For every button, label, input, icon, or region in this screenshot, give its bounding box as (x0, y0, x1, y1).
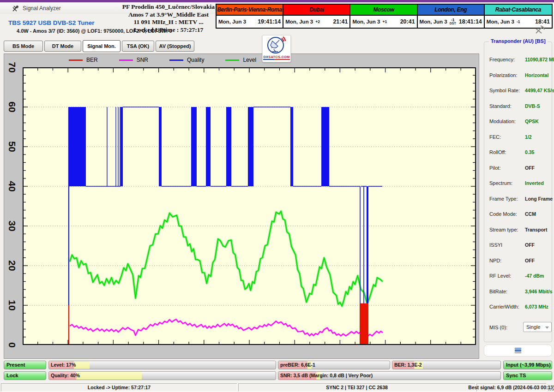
transponder-field-label: Polarization: (489, 72, 518, 78)
app-icon (12, 5, 19, 12)
bar-label: preBER: 6,6E-1 (280, 361, 315, 369)
dxsatcs-dish-icon (266, 36, 287, 55)
y-tick-label-70: 70 (6, 61, 18, 74)
bar-label: Quality: 40% (51, 372, 80, 380)
transport-list-button[interactable] (484, 344, 552, 356)
tab-bar: BS ModeDT ModeSignal Mon.TSA (OK)AV (Sto… (4, 41, 194, 52)
transponder-field-value: Transport (525, 227, 547, 232)
clock-time: 18:41 (535, 18, 550, 25)
signal-chart (23, 67, 476, 345)
transponder-field-value: 3,946 Mbit/s (525, 289, 553, 294)
status-pill-lock: Lock (4, 371, 46, 380)
transponder-field-value: CCM (525, 211, 536, 217)
transponder-panel: Transponder (AU) [BS] Frequency:11090,87… (484, 42, 552, 342)
transponder-row: Code Mode:CCM (484, 208, 552, 223)
transponder-row: CarrierWidth:6,073 MHz (484, 300, 552, 316)
dxsatcs-logo: DXSATCS.COM (262, 35, 291, 62)
world-clock-table: Berlin-Paris-Vienna-RomaMon, Jun 319:41:… (216, 4, 553, 29)
tab-bs-mode[interactable]: BS Mode (4, 41, 43, 52)
bar-label: SNR: 3,5 dB (Margin: 0,8 dB | Very Poor) (280, 372, 373, 380)
window-title: Signal Analyzer (23, 5, 61, 12)
clock-column-2: DubaiMon, Jun 3+221:41 (283, 5, 350, 28)
clock-time-cell: Mon, Jun 3+120:41 (350, 16, 416, 28)
transponder-field-label: Code Mode: (489, 211, 517, 217)
clock-utc-offset: -1DST (450, 18, 456, 25)
transponder-field-label: Modulation: (489, 119, 516, 124)
progress-bar-snr: SNR: 3,5 dB (Margin: 0,8 dB | Very Poor) (278, 371, 501, 380)
transponder-row: Symbol Rate:4499,47 KS/s (484, 84, 552, 100)
transponder-field-label: Frequency: (489, 57, 515, 62)
chevron-down-icon (545, 327, 549, 329)
y-tick-label-30: 30 (6, 220, 18, 232)
status-pill-sync-ts: Sync TS (503, 371, 552, 380)
transponder-field-value: Inverted (525, 180, 544, 186)
clock-time: 20:41 (400, 18, 415, 25)
legend-swatch-quality (169, 59, 183, 61)
y-tick-label-40: 40 (6, 180, 18, 193)
legend-swatch-level (225, 59, 239, 61)
legend-item-quality: Quality (169, 57, 204, 63)
chart-panel: BERSNRQualityLevel 010203040506070 (4, 53, 479, 359)
clock-time-cell: Mon, Jun 319:41:14 (217, 16, 283, 28)
bar-fill-yellow-zone (74, 361, 90, 369)
tab-tsa-ok-[interactable]: TSA (OK) (122, 41, 154, 52)
transponder-field-value: OFF (525, 165, 535, 171)
clock-date: Mon, Jun 3 (352, 19, 380, 24)
satellite-dish-icon (534, 25, 545, 36)
clock-dst-flag: DST (450, 22, 456, 25)
bar-label: BER: 1,3E-2 (394, 361, 422, 369)
site-line-3: 11 091 MHz_H : METV ... (119, 18, 218, 26)
transponder-field-label: Frame Type: (489, 196, 518, 202)
legend-swatch-snr (119, 59, 133, 61)
tab-signal-mon-[interactable]: Signal Mon. (83, 40, 120, 52)
transponder-row: FEC:1/2 (484, 131, 552, 146)
site-line-1: PF Prodelin 450_Lučenec/Slovakia (119, 3, 218, 11)
transponder-row: Standard:DVB-S (484, 100, 552, 115)
transponder-field-label: RollOff: (489, 149, 506, 155)
tab-av-stopped-[interactable]: AV (Stopped) (156, 41, 194, 52)
statusbar-cell-1: Locked -> Uptime: 57:27:17 (1, 383, 237, 392)
status-bar: Locked -> Uptime: 57:27:17SYNC 2 | TEI 3… (0, 382, 554, 392)
tab-dt-mode[interactable]: DT Mode (44, 41, 81, 52)
site-info: PF Prodelin 450_Lučenec/Slovakia Amos 7 … (119, 3, 218, 34)
clock-city: Rabat-Casablanca (485, 5, 552, 16)
y-tick-label-0: 0 (6, 339, 18, 351)
legend-label: BER (86, 57, 98, 63)
clock-date: Mon, Jun 3 (487, 19, 514, 24)
transponder-field-label: FEC: (489, 134, 501, 140)
statusbar-cell-3: Best signal: 6,9 dB (2024-06-03 00:13) (476, 383, 547, 392)
y-tick-label-10: 10 (6, 299, 18, 312)
y-tick-label-50: 50 (6, 140, 18, 153)
progress-bar-preber: preBER: 6,6E-1 (278, 361, 390, 369)
transponder-row: Modulation:QPSK (484, 115, 552, 131)
transponder-field-value: QPSK (525, 119, 539, 124)
clock-time: 18:41:14 (459, 18, 482, 25)
clock-city: Berlin-Paris-Vienna-Roma (217, 5, 283, 16)
legend-swatch-ber (69, 59, 83, 61)
bar-label: Level: 17% (51, 361, 76, 369)
transponder-field-value: Long Frame (525, 196, 553, 202)
transponder-fields: Frequency:11090,872 MHzPolarization:Hori… (484, 53, 552, 316)
resize-grip[interactable] (547, 384, 553, 391)
clock-city: Dubai (283, 5, 349, 16)
transponder-field-label: Stream type: (489, 227, 518, 232)
mis-select[interactable]: Single (523, 322, 552, 332)
progress-bar-ber: BER: 1,3E-2 (392, 361, 501, 369)
transponder-row: Stream type:Transport (484, 223, 552, 239)
transponder-field-value: OFF (525, 258, 535, 263)
transponder-field-label: RF Level: (489, 273, 511, 279)
tuner-title: TBS 5927 USB DVB-S2 Tuner (8, 19, 95, 26)
statusbar-cell-2: SYNC 2 | TEI 327 | CC 2638 (238, 383, 476, 392)
clock-time: 21:41 (333, 18, 348, 25)
transponder-row: NPD:OFF (484, 254, 552, 270)
mis-value: Single (526, 324, 541, 330)
clock-offset-value: -1 (451, 18, 455, 22)
app-window: Signal Analyzer TBS 5927 USB DVB-S2 Tune… (0, 0, 554, 392)
legend-item-snr: SNR (119, 57, 148, 63)
transponder-field-value: 1/2 (525, 134, 532, 140)
transponder-field-label: Pilot: (489, 165, 500, 171)
site-line-2: Amos 7 at 3.9°W_Middle East (119, 11, 218, 19)
transponder-field-value: -47 dBm (525, 273, 544, 279)
clock-date: Mon, Jun 3 (420, 19, 447, 24)
clock-utc-offset: +2 (315, 20, 320, 24)
